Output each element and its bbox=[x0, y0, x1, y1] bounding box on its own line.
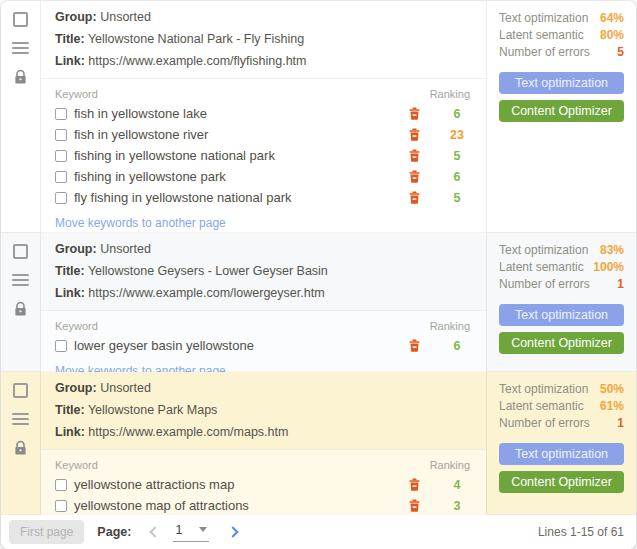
stat-value: 64% bbox=[600, 11, 624, 25]
stat-row: Latent semantic80% bbox=[499, 28, 624, 42]
optimization-panel: Text optimization83% Latent semantic100%… bbox=[486, 233, 636, 371]
group-line: Group: Unsorted bbox=[55, 381, 472, 396]
drag-handle-icon[interactable] bbox=[12, 272, 29, 288]
title-label: Title: bbox=[55, 32, 85, 46]
keyword-table: Keyword Ranking yellowstone attractions … bbox=[41, 449, 486, 524]
keyword-cell[interactable]: fish in yellowstone river bbox=[55, 127, 208, 142]
keyword-checkbox[interactable] bbox=[55, 150, 67, 162]
trash-icon[interactable] bbox=[409, 191, 420, 204]
drag-handle-icon[interactable] bbox=[12, 40, 29, 56]
page-number-select[interactable]: 1 bbox=[173, 523, 209, 542]
group-label: Group: bbox=[55, 381, 97, 395]
group-value: Unsorted bbox=[100, 381, 151, 395]
text-optimization-button[interactable]: Text optimization bbox=[499, 72, 624, 94]
content-optimizer-button[interactable]: Content Optimizer bbox=[499, 332, 624, 354]
lock-icon[interactable] bbox=[13, 69, 28, 85]
stat-value: 50% bbox=[600, 382, 624, 396]
keyword-text: fish in yellowstone lake bbox=[74, 106, 207, 121]
keyword-column-header: Keyword bbox=[55, 459, 98, 471]
trash-icon[interactable] bbox=[409, 339, 420, 352]
keyword-cell[interactable]: fish in yellowstone lake bbox=[55, 106, 207, 121]
text-optimization-button[interactable]: Text optimization bbox=[499, 443, 624, 465]
page-card: Group: Unsorted Title: Yellowstone Park … bbox=[1, 372, 636, 515]
group-value: Unsorted bbox=[100, 242, 151, 256]
title-value: Yellowstone Geysers - Lower Geyser Basin bbox=[88, 264, 328, 278]
keyword-checkbox[interactable] bbox=[55, 340, 67, 352]
keyword-text: fishing in yellowstone national park bbox=[74, 148, 275, 163]
keyword-actions: 4 bbox=[409, 478, 472, 492]
stat-row: Number of errors5 bbox=[499, 45, 624, 59]
content-optimizer-button[interactable]: Content Optimizer bbox=[499, 100, 624, 122]
card-main: Group: Unsorted Title: Yellowstone Geyse… bbox=[41, 233, 486, 371]
trash-icon[interactable] bbox=[409, 107, 420, 120]
trash-icon[interactable] bbox=[409, 128, 420, 141]
title-line: Title: Yellowstone Park Maps bbox=[55, 403, 472, 418]
keyword-checkbox[interactable] bbox=[55, 192, 67, 204]
keyword-cell[interactable]: fishing in yellowstone park bbox=[55, 169, 226, 184]
title-label: Title: bbox=[55, 264, 85, 278]
trash-icon[interactable] bbox=[409, 478, 420, 491]
trash-icon[interactable] bbox=[409, 499, 420, 512]
keyword-cell[interactable]: fishing in yellowstone national park bbox=[55, 148, 275, 163]
keyword-text: fly fishing in yellowstone national park bbox=[74, 190, 292, 205]
stat-label: Number of errors bbox=[499, 45, 590, 59]
keyword-checkbox[interactable] bbox=[55, 500, 67, 512]
keyword-checkbox[interactable] bbox=[55, 479, 67, 491]
text-optimization-button[interactable]: Text optimization bbox=[499, 304, 624, 326]
select-card-checkbox[interactable] bbox=[13, 244, 28, 259]
card-controls-column bbox=[1, 372, 41, 514]
drag-handle-icon[interactable] bbox=[12, 411, 29, 427]
page-card: Group: Unsorted Title: Yellowstone Natio… bbox=[1, 1, 636, 233]
page-meta: Group: Unsorted Title: Yellowstone Natio… bbox=[41, 1, 486, 78]
stat-row: Text optimization50% bbox=[499, 382, 624, 396]
keyword-column-header: Keyword bbox=[55, 320, 98, 332]
select-card-checkbox[interactable] bbox=[13, 12, 28, 27]
group-label: Group: bbox=[55, 242, 97, 256]
keyword-row: lower geyser basin yellowstone 6 bbox=[55, 335, 472, 356]
keyword-cell[interactable]: fly fishing in yellowstone national park bbox=[55, 190, 292, 205]
keyword-cell[interactable]: lower geyser basin yellowstone bbox=[55, 338, 254, 353]
current-page-value: 1 bbox=[175, 523, 182, 537]
keyword-cell[interactable]: yellowstone map of attractions bbox=[55, 498, 249, 513]
stat-label: Latent semantic bbox=[499, 399, 584, 413]
ranking-value: 5 bbox=[442, 191, 472, 205]
keyword-checkbox[interactable] bbox=[55, 129, 67, 141]
optimization-panel: Text optimization64% Latent semantic80% … bbox=[486, 1, 636, 232]
keyword-text: lower geyser basin yellowstone bbox=[74, 338, 254, 353]
select-card-checkbox[interactable] bbox=[13, 383, 28, 398]
chevron-left-icon[interactable] bbox=[145, 523, 163, 541]
title-line: Title: Yellowstone Geysers - Lower Geyse… bbox=[55, 264, 472, 279]
move-keywords-link[interactable]: Move keywords to another page bbox=[55, 216, 226, 230]
ranking-column-header: Ranking bbox=[410, 88, 472, 100]
stat-value: 100% bbox=[593, 260, 624, 274]
ranking-value: 6 bbox=[442, 170, 472, 184]
keyword-table-header: Keyword Ranking bbox=[55, 318, 472, 335]
keyword-checkbox[interactable] bbox=[55, 108, 67, 120]
first-page-button[interactable]: First page bbox=[9, 520, 84, 544]
link-line: Link: https://www.example.com/flyfishing… bbox=[55, 54, 472, 69]
keyword-actions: 6 bbox=[409, 170, 472, 184]
trash-icon[interactable] bbox=[409, 170, 420, 183]
keyword-row: fish in yellowstone river 23 bbox=[55, 124, 472, 145]
stat-value: 1 bbox=[617, 277, 624, 291]
card-controls-column bbox=[1, 233, 41, 371]
keyword-row: yellowstone attractions map 4 bbox=[55, 474, 472, 495]
keyword-cell[interactable]: yellowstone attractions map bbox=[55, 477, 234, 492]
link-value: https://www.example.com/maps.htm bbox=[88, 425, 288, 439]
chevron-right-icon[interactable] bbox=[223, 523, 241, 541]
trash-icon[interactable] bbox=[409, 149, 420, 162]
stat-value: 5 bbox=[617, 45, 624, 59]
page-meta: Group: Unsorted Title: Yellowstone Geyse… bbox=[41, 233, 486, 310]
keyword-actions: 5 bbox=[409, 191, 472, 205]
link-label: Link: bbox=[55, 425, 85, 439]
keyword-actions: 3 bbox=[409, 499, 472, 513]
content-optimizer-button[interactable]: Content Optimizer bbox=[499, 471, 624, 493]
keyword-actions: 23 bbox=[409, 128, 472, 142]
stat-value: 80% bbox=[600, 28, 624, 42]
lock-icon[interactable] bbox=[13, 301, 28, 317]
lock-icon[interactable] bbox=[13, 440, 28, 456]
card-main: Group: Unsorted Title: Yellowstone Park … bbox=[41, 372, 486, 514]
ranking-value: 4 bbox=[442, 478, 472, 492]
stat-label: Latent semantic bbox=[499, 260, 584, 274]
keyword-checkbox[interactable] bbox=[55, 171, 67, 183]
